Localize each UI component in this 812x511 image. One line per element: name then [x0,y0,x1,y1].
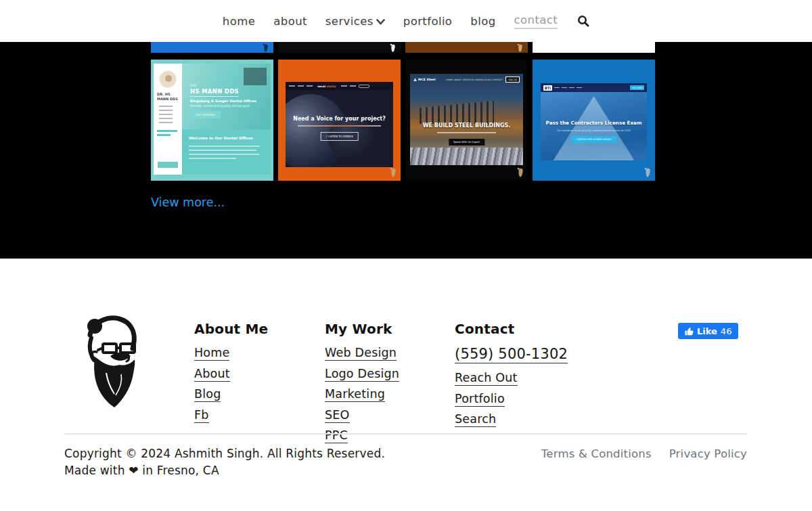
legal-links: Terms & Conditions Privacy Policy [541,447,747,460]
dental-teal-line [157,130,177,132]
nav-link-home[interactable]: home [223,15,255,28]
footer-about-me-column: About Me Home About Blog Fb [194,321,268,428]
steel-screenshot: MCE Steel HOME ABOUT SERVICES WORKS BLOG… [410,74,523,165]
bearded-man-logo [76,313,143,409]
dental-sidebar-name: DR. HS MANN DDS [157,92,180,101]
steel-frame-image [420,101,494,124]
footer-link-marketing[interactable]: Marketing [325,387,385,402]
skyscraper-image [554,96,635,160]
chevron-down-icon [376,18,385,25]
bti-buy-button: BUY NOW [630,85,644,90]
footer-link-ppc[interactable]: PPC [325,428,348,443]
bti-subtitle: Our contractor books are fully updated p… [541,129,647,132]
vocal-brand: vocal clarity [317,85,336,88]
footer-link-logo-design[interactable]: Logo Design [325,367,399,382]
beard-watermark-icon [644,167,652,178]
dentist-avatar [159,70,177,88]
portfolio-thumb-partial-3[interactable] [405,42,528,53]
steel-nav-links: HOME ABOUT SERVICES WORKS BLOG CONTACT [446,79,503,81]
portfolio-thumb-dental[interactable]: DR. HS MANN DDS DR. HS MANN DDS Kingsbur… [151,60,273,181]
bti-navbar: BTi BUY NOW [541,83,647,92]
search-icon[interactable] [577,15,589,27]
bti-headline: Pass the Contractors License Exam [541,120,647,126]
portfolio-thumb-bti[interactable]: BTi BUY NOW Pass the Contractors License… [533,60,655,181]
vocal-listen-button: ♪ LISTEN TO DEMOS [320,132,359,141]
view-more-link[interactable]: View more... [151,196,225,209]
dental-teal-line [157,134,171,136]
nav-link-contact-active[interactable]: contact [514,14,558,29]
footer-link-fb[interactable]: Fb [194,408,209,423]
vocal-nav-button [359,85,369,88]
facebook-like-button[interactable]: Like 46 [678,323,738,339]
beard-watermark-icon [516,43,524,53]
dental-sidebar: DR. HS MANN DDS [154,64,182,175]
footer-link-reach-out[interactable]: Reach Out [455,371,518,386]
portfolio-section: DR. HS MANN DDS DR. HS MANN DDS Kingsbur… [0,42,812,259]
footer-link-about[interactable]: About [194,367,230,382]
contact-heading: Contact [455,321,568,337]
footer-link-search[interactable]: Search [455,412,496,427]
beard-watermark-icon [389,167,397,178]
dental-hero-subtitle: Kingsburg & Sanger Dental Offices [190,99,256,103]
bti-books-button: CONTRACTOR LICENSE BOOKS [571,136,617,143]
beard-watermark-icon [389,43,397,53]
top-navbar: home about services portfolio blog conta… [0,0,812,42]
dental-menu-line [159,110,173,111]
beard-watermark-icon [516,167,524,178]
privacy-link[interactable]: Privacy Policy [669,447,747,460]
dental-text-line [189,154,259,155]
bti-screenshot: BTi BUY NOW Pass the Contractors License… [541,83,647,160]
dental-text-line [189,146,260,147]
steel-expert-button: Speak With An Expert [449,139,484,146]
dental-page: DR. HS MANN DDS DR. HS MANN DDS Kingsbur… [154,64,271,175]
vocal-subtext-line [298,125,381,127]
dental-welcome-section: Welcome to Our Dental Offices [182,129,271,175]
nav-link-services-label: services [325,15,374,28]
like-label: Like [697,326,717,336]
footer-contact-column: Contact (559) 500-1302 Reach Out Portfol… [455,321,568,433]
my-work-heading: My Work [325,321,399,337]
like-count: 46 [721,326,732,336]
steel-brand: MCE Steel [413,78,435,81]
steel-beams-image [410,148,523,165]
footer-link-portfolio[interactable]: Portfolio [455,392,505,407]
portfolio-thumb-partial-2[interactable] [278,42,401,53]
dental-menu-line [159,118,173,119]
dental-hero-tagline: Friendly smiles and quality dental work [190,104,250,108]
dental-menu-line [159,122,173,123]
footer-link-web-design[interactable]: Web Design [325,346,397,361]
site-footer: About Me Home About Blog Fb My Work Web … [0,259,812,511]
bti-logo: BTi [543,85,552,91]
portfolio-thumb-partial-1[interactable] [151,42,273,53]
dental-hero-kicker: DR. [190,83,197,87]
dental-menu-line [159,106,173,107]
vocal-navbar: vocal clarity [286,82,393,90]
terms-link[interactable]: Terms & Conditions [541,447,652,460]
about-me-heading: About Me [194,321,268,337]
steel-navbar: MCE Steel HOME ABOUT SERVICES WORKS BLOG… [413,76,520,83]
vocal-screenshot: vocal clarity Need a Voice for your proj… [286,82,393,167]
dental-services-button: Our Services [190,111,221,118]
phone-link[interactable]: (559) 500-1302 [455,346,568,363]
dental-menu-line [159,114,173,115]
dental-text-line [189,150,256,151]
nav-link-blog[interactable]: blog [470,15,495,28]
steel-call-button: CALL US [505,76,520,83]
nav-link-services[interactable]: services [325,15,385,28]
footer-link-home[interactable]: Home [194,346,229,361]
portfolio-thumb-steel[interactable]: MCE Steel HOME ABOUT SERVICES WORKS BLOG… [405,60,528,181]
dental-sidebar-button [158,162,178,168]
nav-link-about[interactable]: about [273,15,307,28]
dental-hero: DR. HS MANN DDS Kingsburg & Sanger Denta… [182,64,271,129]
thumbs-up-icon [685,327,694,336]
footer-my-work-column: My Work Web Design Logo Design Marketing… [325,321,399,449]
steel-headline: WE BUILD STEEL BUILDINGS. [410,123,523,129]
portfolio-thumb-vocal[interactable]: vocal clarity Need a Voice for your proj… [278,60,401,181]
beard-watermark-icon [262,43,269,53]
portfolio-thumb-partial-4[interactable] [533,42,655,53]
nav-link-portfolio[interactable]: portfolio [403,15,453,28]
dental-welcome-title: Welcome to Our Dental Offices [189,136,253,140]
footer-link-seo[interactable]: SEO [325,408,350,423]
copyright-text: Copyright © 2024 Ashmith Singh. All Righ… [64,447,385,460]
footer-link-blog[interactable]: Blog [194,387,221,402]
